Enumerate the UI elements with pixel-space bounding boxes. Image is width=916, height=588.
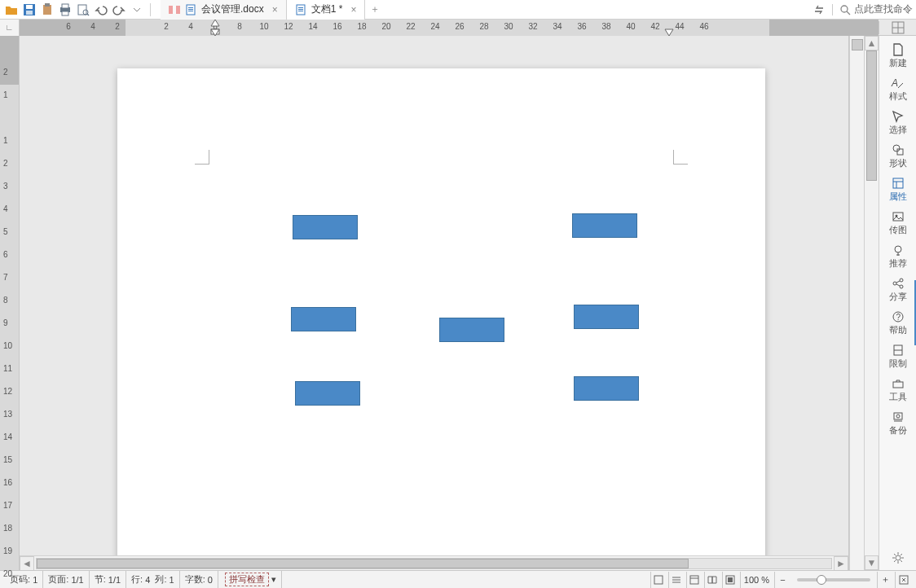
horizontal-scrollbar[interactable]: ◄ ► bbox=[20, 555, 848, 570]
side-panel-prop[interactable]: 属性 bbox=[880, 173, 916, 204]
scroll-left-icon[interactable]: ◄ bbox=[20, 556, 34, 571]
view-read-icon[interactable] bbox=[704, 572, 720, 588]
v-ruler-tick: 5 bbox=[3, 227, 8, 236]
open-icon[interactable] bbox=[3, 2, 20, 18]
svg-point-19 bbox=[841, 6, 848, 12]
side-panel-limit[interactable]: 限制 bbox=[880, 340, 916, 371]
zoom-knob[interactable] bbox=[817, 575, 826, 585]
new-tab-button[interactable]: ＋ bbox=[365, 0, 385, 20]
side-panel-shape[interactable]: 形状 bbox=[880, 139, 916, 171]
side-panel-label: 限制 bbox=[889, 359, 907, 368]
document-canvas[interactable]: ◄ ► bbox=[20, 36, 849, 570]
diagram-box-1[interactable] bbox=[572, 213, 637, 238]
scroll-right-icon[interactable]: ► bbox=[834, 556, 848, 571]
v-ruler-tick: 18 bbox=[3, 524, 12, 533]
search-command[interactable]: 点此查找命令 bbox=[839, 2, 913, 16]
diagram-box-5[interactable] bbox=[574, 376, 639, 401]
vertical-ruler[interactable]: 2112345678910111213141516171819202122 bbox=[0, 36, 20, 570]
side-panel-tools[interactable]: 工具 bbox=[880, 373, 916, 405]
side-panel-share[interactable]: 分享 bbox=[880, 273, 916, 305]
view-fullscreen-icon[interactable] bbox=[722, 572, 738, 588]
paste-icon[interactable] bbox=[39, 2, 55, 18]
side-panel-image[interactable]: 传图 bbox=[880, 206, 916, 238]
h-ruler-tick: 8 bbox=[237, 22, 242, 31]
doc-icon bbox=[295, 4, 306, 15]
svg-rect-48 bbox=[893, 382, 903, 388]
close-icon[interactable]: × bbox=[272, 4, 278, 15]
status-row-col[interactable]: 行: 4 列: 1 bbox=[126, 571, 180, 588]
scroll-h-track[interactable] bbox=[36, 558, 832, 569]
ruler-indent-marker[interactable] bbox=[211, 20, 219, 36]
diagram-center-box[interactable] bbox=[439, 318, 504, 342]
svg-line-57 bbox=[894, 554, 896, 555]
print-preview-icon[interactable] bbox=[75, 2, 91, 18]
h-ruler-tick: 28 bbox=[479, 22, 488, 31]
doc-icon bbox=[185, 4, 196, 15]
status-wordcount[interactable]: 字数: 0 bbox=[180, 571, 218, 588]
side-panel-settings[interactable] bbox=[880, 547, 916, 570]
save-icon[interactable] bbox=[21, 2, 37, 18]
zoom-out-icon[interactable]: − bbox=[774, 572, 790, 588]
diagram-box-2[interactable] bbox=[291, 307, 356, 331]
flag-icon bbox=[169, 6, 180, 14]
vertical-scrollbar[interactable]: ▲ ▼ bbox=[864, 36, 879, 570]
horizontal-ruler[interactable]: 6422468101214161820222426283032343638404… bbox=[20, 20, 879, 36]
print-icon[interactable] bbox=[57, 2, 73, 18]
side-panel-label: 备份 bbox=[889, 426, 907, 435]
scroll-h-thumb[interactable] bbox=[37, 559, 689, 568]
toolbar-dropdown-icon[interactable] bbox=[129, 2, 145, 18]
side-panel-help[interactable]: ?帮助 bbox=[880, 306, 916, 338]
close-icon[interactable]: × bbox=[350, 4, 356, 15]
diagram-box-3[interactable] bbox=[574, 305, 639, 329]
diagram-box-4[interactable] bbox=[295, 381, 360, 406]
side-panel-style[interactable]: A样式 bbox=[880, 72, 916, 104]
minimap-block[interactable] bbox=[852, 39, 863, 50]
backup-icon bbox=[891, 410, 905, 424]
side-panel-select[interactable]: 选择 bbox=[880, 106, 916, 138]
h-ruler-tick: 40 bbox=[626, 22, 635, 31]
tab-doc-2[interactable]: 文档1 * × bbox=[287, 0, 366, 20]
ruler-row: ∟ 64224681012141618202224262830323436384… bbox=[0, 20, 916, 36]
ruler-toggle-icon[interactable] bbox=[892, 21, 905, 34]
view-web-icon[interactable] bbox=[686, 572, 702, 588]
v-ruler-tick: 17 bbox=[3, 501, 12, 510]
h-ruler-tick: 12 bbox=[284, 22, 293, 31]
diagram-box-0[interactable] bbox=[293, 215, 358, 239]
sync-icon[interactable] bbox=[813, 3, 826, 16]
scroll-v-thumb[interactable] bbox=[866, 50, 877, 181]
svg-point-52 bbox=[896, 555, 901, 560]
scroll-up-icon[interactable]: ▲ bbox=[865, 36, 879, 50]
zoom-in-icon[interactable]: ＋ bbox=[877, 572, 893, 588]
tools-icon bbox=[891, 376, 905, 391]
v-ruler-tick: 7 bbox=[3, 273, 8, 282]
view-outline-icon[interactable] bbox=[668, 572, 685, 588]
undo-icon[interactable] bbox=[93, 2, 109, 18]
shape-icon bbox=[891, 143, 905, 157]
redo-icon[interactable] bbox=[111, 2, 127, 18]
side-panel-file[interactable]: 新建 bbox=[880, 39, 916, 71]
zoom-label[interactable]: 100 % bbox=[740, 572, 773, 588]
svg-text:?: ? bbox=[896, 313, 901, 322]
svg-rect-49 bbox=[894, 413, 902, 419]
right-side-panel: 新建A样式选择形状属性传图推荐分享?帮助限制工具备份 bbox=[879, 36, 916, 570]
zoom-fit-icon[interactable] bbox=[895, 572, 911, 588]
status-spellcheck[interactable]: 拼写检查 ▾ bbox=[218, 571, 282, 588]
svg-line-43 bbox=[896, 284, 900, 286]
v-ruler-tick: 13 bbox=[3, 410, 12, 419]
separator bbox=[150, 3, 151, 16]
scroll-down-icon[interactable]: ▼ bbox=[865, 555, 879, 570]
zoom-slider[interactable] bbox=[797, 578, 870, 581]
right-ruler-cap bbox=[879, 21, 916, 34]
ruler-indent-marker[interactable] bbox=[665, 20, 673, 36]
svg-rect-65 bbox=[690, 576, 698, 584]
tab-doc-1[interactable]: 会议管理.docx × bbox=[161, 0, 287, 20]
h-ruler-tick: 2 bbox=[115, 22, 120, 31]
status-page-of[interactable]: 页面: 1/1 bbox=[43, 571, 89, 588]
v-ruler-tick: 6 bbox=[3, 250, 8, 259]
view-page-icon[interactable] bbox=[650, 572, 667, 588]
ruler-corner[interactable]: ∟ bbox=[0, 20, 20, 36]
status-section[interactable]: 节: 1/1 bbox=[90, 571, 126, 588]
side-panel-backup[interactable]: 备份 bbox=[880, 406, 916, 438]
svg-rect-31 bbox=[893, 178, 903, 188]
side-panel-bulb[interactable]: 推荐 bbox=[880, 239, 916, 271]
